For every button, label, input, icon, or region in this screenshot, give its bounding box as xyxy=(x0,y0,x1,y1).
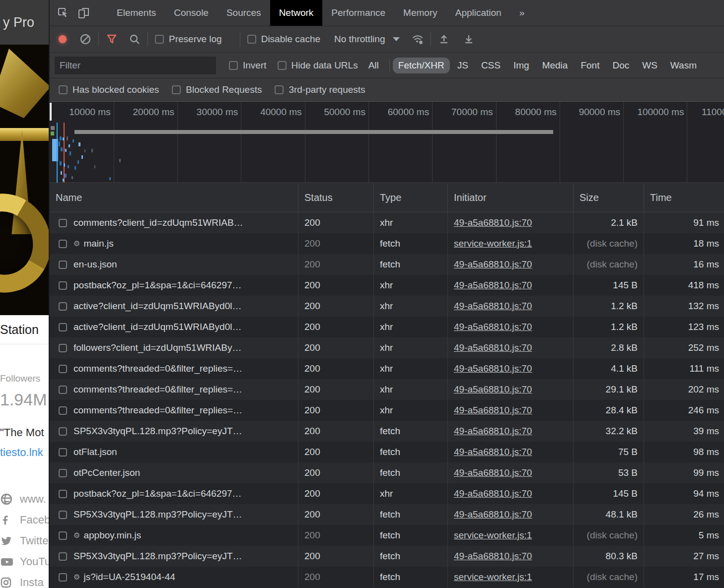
throttling-select[interactable]: No throttling xyxy=(334,34,400,45)
row-checkbox[interactable] xyxy=(59,344,67,352)
row-checkbox[interactable] xyxy=(59,552,67,561)
social-link-faceb[interactable]: Faceb xyxy=(0,510,50,530)
table-row[interactable]: ⚙ SP5X3v3tyqPL.128.mp3?Policy=eyJT… 200 … xyxy=(50,546,724,567)
initiator-link[interactable]: 49-a5a68810.js:70 xyxy=(454,488,532,499)
row-checkbox[interactable] xyxy=(59,323,67,331)
filter-chip-ws[interactable]: WS xyxy=(637,58,663,73)
initiator-link[interactable]: 49-a5a68810.js:70 xyxy=(454,405,532,416)
table-row[interactable]: ⚙ otPcCenter.json 200 fetch 49-a5a68810.… xyxy=(50,462,724,483)
filter-input[interactable] xyxy=(55,57,216,74)
tab-console[interactable]: Console xyxy=(165,0,217,26)
filter-chip-wasm[interactable]: Wasm xyxy=(665,58,702,73)
initiator-link[interactable]: service-worker.js:1 xyxy=(454,572,532,583)
clear-network-log-icon[interactable] xyxy=(79,33,91,45)
tab-[interactable]: » xyxy=(510,0,534,26)
column-header-time[interactable]: Time xyxy=(644,184,724,212)
search-icon[interactable] xyxy=(129,33,141,45)
column-header-size[interactable]: Size xyxy=(574,184,644,212)
tab-application[interactable]: Application xyxy=(446,0,510,26)
row-checkbox[interactable] xyxy=(59,406,67,415)
network-conditions-icon[interactable] xyxy=(412,33,424,45)
initiator-link[interactable]: 49-a5a68810.js:70 xyxy=(454,426,532,437)
tab-elements[interactable]: Elements xyxy=(108,0,165,26)
row-checkbox[interactable] xyxy=(59,511,67,519)
table-row[interactable]: ⚙ js?id=UA-2519404-44 200 fetch service-… xyxy=(50,567,724,588)
row-checkbox[interactable] xyxy=(59,531,67,540)
has-blocked-cookies-checkbox[interactable] xyxy=(59,85,68,94)
row-checkbox[interactable] xyxy=(59,386,67,394)
initiator-link[interactable]: service-worker.js:1 xyxy=(454,238,532,249)
upgrade-pro-label[interactable]: y Pro xyxy=(3,15,34,30)
row-checkbox[interactable] xyxy=(59,365,67,373)
column-header-type[interactable]: Type xyxy=(374,184,448,212)
export-har-icon[interactable] xyxy=(463,33,475,45)
row-checkbox[interactable] xyxy=(59,261,67,269)
tab-memory[interactable]: Memory xyxy=(394,0,446,26)
table-row[interactable]: ⚙ comments?client_id=zdUqm51WRIAB… 200 x… xyxy=(50,212,724,233)
table-row[interactable]: ⚙ comments?threaded=0&filter_replies=… 2… xyxy=(50,400,724,421)
table-row[interactable]: ⚙ SP5X3v3tyqPL.128.mp3?Policy=eyJT… 200 … xyxy=(50,421,724,442)
column-header-name[interactable]: Name xyxy=(50,184,298,212)
social-link-twitte[interactable]: Twitte xyxy=(0,530,50,551)
social-link-youtu[interactable]: YouTu xyxy=(0,551,50,572)
filter-chip-fetchxhr[interactable]: Fetch/XHR xyxy=(393,58,450,73)
initiator-link[interactable]: 49-a5a68810.js:70 xyxy=(454,342,532,353)
filter-chip-css[interactable]: CSS xyxy=(476,58,506,73)
column-header-status[interactable]: Status xyxy=(298,184,374,212)
table-row[interactable]: ⚙ SP5X3v3tyqPL.128.mp3?Policy=eyJT… 200 … xyxy=(50,504,724,525)
tab-network[interactable]: Network xyxy=(270,0,323,26)
table-row[interactable]: ⚙ otFlat.json 200 fetch 49-a5a68810.js:7… xyxy=(50,442,724,462)
filter-icon[interactable] xyxy=(106,33,118,45)
table-row[interactable]: ⚙ comments?threaded=0&filter_replies=… 2… xyxy=(50,358,724,379)
row-checkbox[interactable] xyxy=(59,281,67,290)
table-row[interactable]: ⚙ en-us.json 200 fetch 49-a5a68810.js:70… xyxy=(50,254,724,275)
initiator-link[interactable]: 49-a5a68810.js:70 xyxy=(454,322,532,332)
tab-performance[interactable]: Performance xyxy=(322,0,394,26)
initiator-link[interactable]: 49-a5a68810.js:70 xyxy=(454,259,532,270)
row-checkbox[interactable] xyxy=(59,573,67,582)
table-row[interactable]: ⚙ appboy.min.js 200 fetch service-worker… xyxy=(50,525,724,546)
filter-chip-media[interactable]: Media xyxy=(537,58,574,73)
initiator-link[interactable]: 49-a5a68810.js:70 xyxy=(454,301,532,312)
initiator-link[interactable]: 49-a5a68810.js:70 xyxy=(454,217,532,228)
track-link[interactable]: tiesto.lnk xyxy=(0,446,50,459)
-rd-party-requests-checkbox[interactable] xyxy=(275,85,284,94)
table-row[interactable]: ⚙ active?client_id=zdUqm51WRIAByd0l… 200… xyxy=(50,296,724,317)
table-row[interactable]: ⚙ postback?oz_pl=1&spa=1&ci=646297… 200 … xyxy=(50,275,724,296)
column-header-initiator[interactable]: Initiator xyxy=(448,184,574,212)
initiator-link[interactable]: 49-a5a68810.js:70 xyxy=(454,384,532,395)
table-row[interactable]: ⚙ followers?client_id=zdUqm51WRIABy… 200… xyxy=(50,337,724,358)
row-checkbox[interactable] xyxy=(59,427,67,436)
import-har-icon[interactable] xyxy=(438,33,450,45)
preserve-log-checkbox[interactable] xyxy=(155,35,164,44)
initiator-link[interactable]: 49-a5a68810.js:70 xyxy=(454,467,532,478)
invert-checkbox[interactable] xyxy=(229,61,238,70)
row-checkbox[interactable] xyxy=(59,302,67,311)
row-checkbox[interactable] xyxy=(59,448,67,457)
initiator-link[interactable]: 49-a5a68810.js:70 xyxy=(454,509,532,520)
initiator-link[interactable]: 49-a5a68810.js:70 xyxy=(454,363,532,374)
social-link-insta[interactable]: Insta xyxy=(0,572,50,588)
initiator-link[interactable]: 49-a5a68810.js:70 xyxy=(454,447,532,457)
initiator-link[interactable]: service-worker.js:1 xyxy=(454,530,532,541)
hide-data-urls-checkbox[interactable] xyxy=(278,61,287,70)
filter-chip-js[interactable]: JS xyxy=(452,58,474,73)
tab-sources[interactable]: Sources xyxy=(217,0,270,26)
device-toolbar-icon[interactable] xyxy=(75,4,92,21)
row-checkbox[interactable] xyxy=(59,219,67,227)
table-row[interactable]: ⚙ postback?oz_pl=1&spa=1&ci=646297… 200 … xyxy=(50,483,724,504)
filter-chip-doc[interactable]: Doc xyxy=(607,58,635,73)
table-row[interactable]: ⚙ active?client_id=zdUqm51WRIAByd0l… 200… xyxy=(50,317,724,337)
row-checkbox[interactable] xyxy=(59,240,67,248)
blocked-requests-checkbox[interactable] xyxy=(172,85,181,94)
filter-chip-all[interactable]: All xyxy=(363,58,384,73)
social-link-www[interactable]: www. xyxy=(0,489,50,510)
row-checkbox[interactable] xyxy=(59,469,67,477)
initiator-link[interactable]: 49-a5a68810.js:70 xyxy=(454,551,532,562)
initiator-link[interactable]: 49-a5a68810.js:70 xyxy=(454,280,532,291)
network-overview-waterfall[interactable]: 10000 ms20000 ms30000 ms40000 ms50000 ms… xyxy=(50,102,724,183)
table-row[interactable]: ⚙ comments?threaded=0&filter_replies=… 2… xyxy=(50,379,724,400)
station-tab-label[interactable]: Station xyxy=(0,315,50,344)
row-checkbox[interactable] xyxy=(59,490,67,498)
disable-cache-checkbox[interactable] xyxy=(247,35,256,44)
